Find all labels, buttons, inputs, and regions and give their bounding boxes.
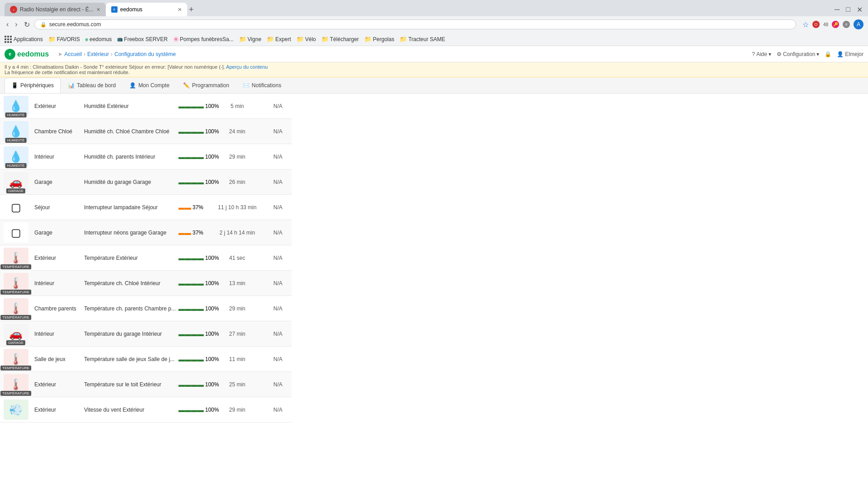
device-image: 💧 HUMIDITÉ <box>0 119 32 144</box>
alert-content-link[interactable]: du contenu <box>243 64 268 70</box>
device-row[interactable]: 💨 Extérieur Vitesse du vent Extérieur ▬▬… <box>0 397 292 422</box>
extension-icon-2[interactable]: 🔑 <box>832 21 839 28</box>
forward-button[interactable]: › <box>13 19 19 29</box>
device-battery: ▬▬▬▬ 100% <box>179 356 210 363</box>
device-time: 26 min <box>210 179 264 185</box>
device-name[interactable]: Température ch. Chloé Intérieur <box>81 280 179 286</box>
device-badge: TEMPÉRATURE <box>0 366 31 371</box>
device-name[interactable]: Humidité ch. Chloé Chambre Chloé <box>81 128 179 135</box>
battery-full-icon: ▬▬▬▬ <box>179 178 204 186</box>
battery-full-icon: ▬▬▬▬ <box>179 381 204 388</box>
device-time: 25 min <box>210 381 264 388</box>
close-window-button[interactable]: ✕ <box>855 5 864 14</box>
bookmark-eedomus[interactable]: e eedomus <box>85 36 112 42</box>
device-row[interactable]: 🌡️ TEMPÉRATURE Chambre parents Températu… <box>0 296 292 321</box>
device-battery: ▬▬ 37% <box>179 229 210 236</box>
device-name[interactable]: Interrupteur lampadaire Séjour <box>81 204 179 211</box>
device-name[interactable]: Humidité Extérieur <box>81 103 179 109</box>
device-row[interactable]: 🌡️ TEMPÉRATURE Salle de jeux Température… <box>0 347 292 372</box>
device-name[interactable]: Température du garage Intérieur <box>81 331 179 337</box>
device-row[interactable]: 🌡️ TEMPÉRATURE Extérieur Température Ext… <box>0 245 292 271</box>
battery-full-icon: ▬▬▬▬ <box>179 330 204 338</box>
bookmark-telecharger[interactable]: 📁 Télécharger <box>321 36 359 42</box>
device-row[interactable]: 🌡️ TEMPÉRATURE Intérieur Température ch.… <box>0 271 292 296</box>
extension-icon-3[interactable]: ≡ <box>843 21 850 28</box>
bookmark-favoris[interactable]: 📁 FAVORIS <box>48 36 80 42</box>
device-row[interactable]: 💧 HUMIDITÉ Intérieur Humidité ch. parent… <box>0 144 292 169</box>
device-badge: TEMPÉRATURE <box>0 264 31 269</box>
device-location: Extérieur <box>32 103 81 109</box>
bookmark-expert[interactable]: 📁 Expert <box>267 36 291 42</box>
bookmark-freebox[interactable]: 📺 Freebox SERVER <box>117 36 168 42</box>
device-value: N/A <box>264 280 292 286</box>
tab-peripheriques[interactable]: 📱 Périphériques <box>5 78 61 93</box>
tab-programmation[interactable]: ✏️ Programmation <box>177 78 236 93</box>
device-name[interactable]: Température Extérieur <box>81 255 179 261</box>
tab-radio[interactable]: ♪ Radio Nostalgie en direct - É... ✕ <box>5 3 106 16</box>
lock-button[interactable]: 🔒 <box>825 51 831 57</box>
tab-notifications[interactable]: ✉️ Notifications <box>236 78 288 93</box>
breadcrumb-accueil[interactable]: Accueil <box>64 51 82 57</box>
url-text: secure.eedomus.com <box>49 21 101 28</box>
alert-banner: Il y a 4 min : Climatisations Daikin - S… <box>0 62 868 77</box>
bookmark-pergolas[interactable]: 📁 Pergolas <box>364 36 394 42</box>
device-battery: ▬▬▬▬ 100% <box>179 330 210 338</box>
profile-icon[interactable]: A <box>854 19 863 29</box>
address-bar-input[interactable]: 🔒 secure.eedomus.com <box>34 19 796 29</box>
tab-mon-compte[interactable]: 👤 Mon Compte <box>123 78 176 93</box>
device-row[interactable]: 🌡️ TEMPÉRATURE Extérieur Température sur… <box>0 372 292 397</box>
device-row[interactable]: ▢ Garage Interrupteur néons garage Garag… <box>0 220 292 245</box>
new-tab-button[interactable]: + <box>189 5 194 14</box>
bookmark-vigne[interactable]: 📁 Vigne <box>239 36 261 42</box>
device-battery: ▬▬▬▬ 100% <box>179 305 210 312</box>
device-image: 🌡️ TEMPÉRATURE <box>0 271 32 296</box>
device-name[interactable]: Vitesse du vent Extérieur <box>81 407 179 413</box>
tab-eedomus-close[interactable]: ✕ <box>178 7 182 13</box>
reload-button[interactable]: ↻ <box>22 19 32 30</box>
tab-radio-close[interactable]: ✕ <box>96 7 100 13</box>
breadcrumb-exterieur[interactable]: Extérieur <box>87 51 109 57</box>
device-row[interactable]: 💧 HUMIDITÉ Extérieur Humidité Extérieur … <box>0 94 292 119</box>
device-image: ▢ <box>0 220 32 245</box>
bookmark-star-icon[interactable]: ☆ <box>802 20 809 29</box>
battery-full-icon: ▬▬▬▬ <box>179 128 204 135</box>
breadcrumb-config[interactable]: Configuration du système <box>114 51 176 57</box>
tab-radio-favicon: ♪ <box>10 6 17 13</box>
device-name[interactable]: Humidité ch. parents Intérieur <box>81 154 179 160</box>
user-button[interactable]: 👤 Elmejor <box>837 51 863 57</box>
device-row[interactable]: 🚗 GARAGE Intérieur Température du garage… <box>0 321 292 347</box>
device-name[interactable]: Température sur le toit Extérieur <box>81 381 179 388</box>
logo[interactable]: e eedomus <box>5 49 49 60</box>
device-battery: ▬▬▬▬ 100% <box>179 153 210 160</box>
extension-icon-1[interactable]: O <box>812 21 820 28</box>
device-location: Garage <box>32 230 81 236</box>
device-row[interactable]: 💧 HUMIDITÉ Chambre Chloé Humidité ch. Ch… <box>0 119 292 144</box>
minimize-button[interactable]: ─ <box>833 5 841 14</box>
tableau-icon: 📊 <box>68 82 75 89</box>
maximize-button[interactable]: □ <box>844 5 852 14</box>
battery-percent: 37% <box>193 230 203 236</box>
lock-icon: 🔒 <box>40 22 47 28</box>
bookmark-pompes[interactable]: 🌸 Pompes funèbresSa... <box>173 36 234 42</box>
device-name[interactable]: Température salle de jeux Salle de j... <box>81 356 179 362</box>
tab-tableau-bord[interactable]: 📊 Tableau de bord <box>61 78 122 93</box>
device-row[interactable]: 🚗 GARAGE Garage Humidité du garage Garag… <box>0 169 292 195</box>
battery-full-icon: ▬▬▬▬ <box>179 305 204 312</box>
device-name[interactable]: Humidité du garage Garage <box>81 179 179 185</box>
help-button[interactable]: ? Aide ▾ <box>752 51 771 57</box>
bookmark-velo[interactable]: 📁 Vélo <box>297 36 316 42</box>
battery-full-icon: ▬▬▬▬ <box>179 103 204 110</box>
tab-eedomus[interactable]: e eedomus ✕ <box>106 3 187 16</box>
device-name[interactable]: Interrupteur néons garage Garage <box>81 230 179 236</box>
back-button[interactable]: ‹ <box>5 19 10 29</box>
apps-button[interactable]: Applications <box>5 36 43 43</box>
alert-apercu-link[interactable]: Aperçu <box>226 64 242 70</box>
device-row[interactable]: ▢ Séjour Interrupteur lampadaire Séjour … <box>0 195 292 220</box>
configuration-button[interactable]: ⚙ Configuration ▾ <box>777 51 819 57</box>
device-battery: ▬▬▬▬ 100% <box>179 103 210 110</box>
device-time: 41 sec <box>210 255 264 261</box>
device-value: N/A <box>264 128 292 135</box>
bookmark-tracteur[interactable]: 📁 Tracteur SAME <box>400 36 445 42</box>
device-value: N/A <box>264 103 292 109</box>
device-name[interactable]: Température ch. parents Chambre p... <box>81 305 179 312</box>
